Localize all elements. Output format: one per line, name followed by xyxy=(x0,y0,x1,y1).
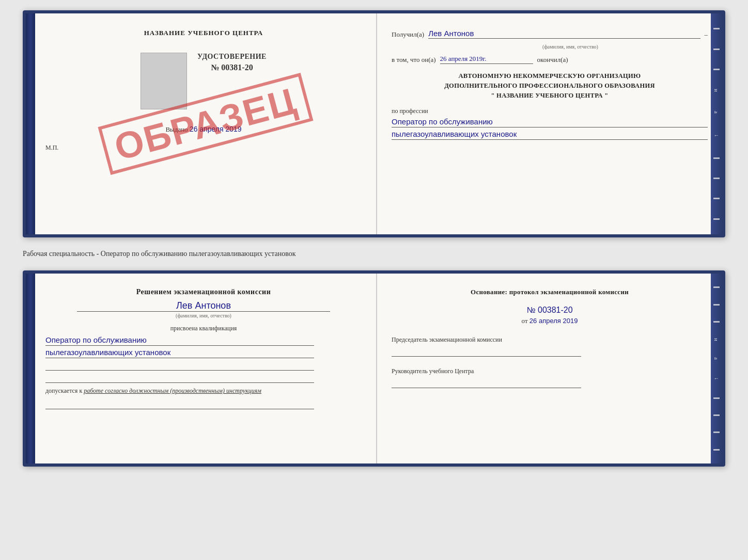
person-subtext: (фамилия, имя, отчество) xyxy=(45,313,362,318)
inthat-row: в том, что он(а) 26 апреля 2019г. окончи… xyxy=(392,55,708,64)
org-block: АВТОНОМНУЮ НЕКОММЕРЧЕСКУЮ ОРГАНИЗАЦИЮ ДО… xyxy=(392,71,708,100)
bottom-right-side-marks: и а ← xyxy=(711,274,722,463)
qualification-line2: пылегазоулавливающих установок xyxy=(45,348,314,358)
profession-line1: Оператор по обслуживанию xyxy=(392,117,708,127)
decision-heading: Решением экзаменационной комиссии xyxy=(45,288,362,296)
cert-issued: Выдано 26 апреля 2019 xyxy=(165,125,241,134)
director-label: Руководитель учебного Центра xyxy=(392,367,708,388)
bottom-doc-spine xyxy=(26,274,35,463)
protocol-date: от 26 апреля 2019 xyxy=(392,317,708,325)
profession-block: по профессии Оператор по обслуживанию пы… xyxy=(392,107,708,140)
mp-line: М.П. xyxy=(45,144,362,152)
admission-label: допускается к xyxy=(45,387,82,394)
qualification-label: присвоена квалификация xyxy=(45,325,362,332)
qualification-line1: Оператор по обслуживанию xyxy=(45,335,314,346)
inthat-date: 26 апреля 2019г. xyxy=(440,55,533,64)
protocol-number: № 00381-20 xyxy=(392,306,708,315)
director-sig-line xyxy=(392,378,581,388)
admission-work: работе согласно должностным (производств… xyxy=(84,387,261,394)
cert-type: УДОСТОВЕРЕНИЕ xyxy=(197,53,267,61)
cert-title: НАЗВАНИЕ УЧЕБНОГО ЦЕНТРА xyxy=(45,29,362,37)
person-name: Лев Антонов xyxy=(77,300,330,312)
received-row: Получил(а) Лев Антонов – xyxy=(392,29,708,39)
middle-label: Рабочая специальность - Оператор по обсл… xyxy=(23,246,725,262)
org-line2: ДОПОЛНИТЕЛЬНОГО ПРОФЕССИОНАЛЬНОГО ОБРАЗО… xyxy=(392,81,708,91)
received-name: Лев Антонов xyxy=(428,29,700,39)
received-label: Получил(а) xyxy=(392,30,424,39)
org-line1: АВТОНОМНУЮ НЕКОММЕРЧЕСКУЮ ОРГАНИЗАЦИЮ xyxy=(392,71,708,81)
bottom-right-panel: Основание: протокол экзаменационной коми… xyxy=(377,274,722,463)
right-side-marks: и а ← xyxy=(711,13,722,234)
cert-stamp-area: УДОСТОВЕРЕНИЕ № 00381-20 Выдано 26 апрел… xyxy=(45,53,362,134)
inthat-label: в том, что он(а) xyxy=(392,56,436,64)
finished-label: окончил(а) xyxy=(537,56,568,64)
profession-line2: пылегазоулавливающих установок xyxy=(392,130,708,140)
doc-right-panel: Получил(а) Лев Антонов – (фамилия, имя, … xyxy=(377,13,722,234)
bottom-left-panel: Решением экзаменационной комиссии Лев Ан… xyxy=(35,274,377,463)
chairman-label: Председатель экзаменационной комиссии xyxy=(392,335,708,357)
blank-line2 xyxy=(45,373,314,383)
bottom-document-spread: Решением экзаменационной комиссии Лев Ан… xyxy=(23,270,725,467)
issued-date: 26 апреля 2019 xyxy=(190,125,242,133)
issued-label: Выдано xyxy=(165,125,188,133)
chairman-sig-line xyxy=(392,346,581,357)
protocol-date-value: 26 апреля 2019 xyxy=(529,317,578,325)
top-document-spread: НАЗВАНИЕ УЧЕБНОГО ЦЕНТРА УДОСТОВЕРЕНИЕ №… xyxy=(23,10,725,237)
photo-placeholder xyxy=(141,53,187,109)
basis-heading: Основание: протокол экзаменационной коми… xyxy=(392,288,708,296)
profession-label: по профессии xyxy=(392,107,708,115)
org-line3: " НАЗВАНИЕ УЧЕБНОГО ЦЕНТРА " xyxy=(392,91,708,101)
admission-text: допускается к работе согласно должностны… xyxy=(45,387,362,395)
received-subtext: (фамилия, имя, отчество) xyxy=(433,44,708,50)
blank-line1 xyxy=(45,360,314,371)
doc-spine xyxy=(26,13,35,234)
protocol-date-prefix: от xyxy=(522,317,528,325)
doc-left-panel: НАЗВАНИЕ УЧЕБНОГО ЦЕНТРА УДОСТОВЕРЕНИЕ №… xyxy=(35,13,377,234)
blank-line3 xyxy=(45,399,314,409)
cert-number: № 00381-20 xyxy=(197,63,267,72)
